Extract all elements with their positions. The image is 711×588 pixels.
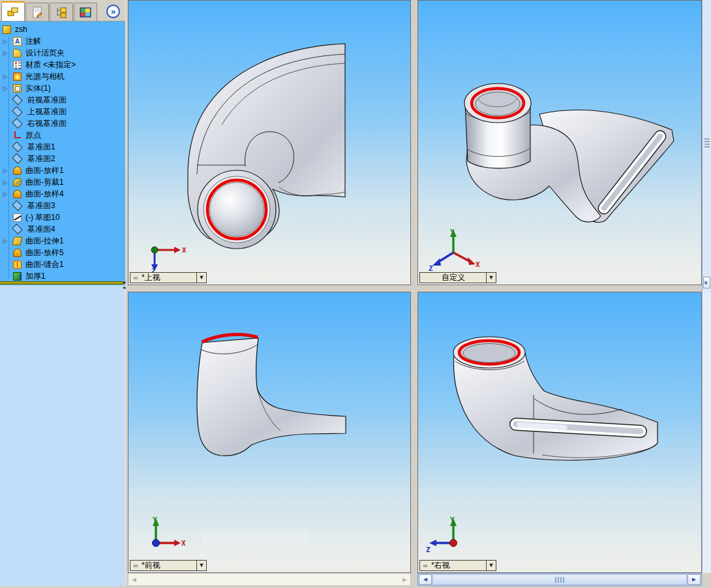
scrollbar-track[interactable]: [432, 574, 687, 585]
expand-arrow-icon[interactable]: ▷: [3, 39, 12, 44]
viewport-divider-vertical-bottom[interactable]: [411, 292, 417, 573]
viewport-custom-view[interactable]: Y X Z 自定义 ▼: [417, 0, 702, 285]
tree-item[interactable]: 基准面3: [0, 200, 125, 211]
horizontal-scrollbar-left[interactable]: ◄ ►: [128, 573, 411, 586]
scroll-left-icon[interactable]: ◄: [130, 576, 138, 583]
tree-item-label: 曲面-剪裁1: [25, 177, 64, 188]
splitter-collapse-button[interactable]: »: [703, 277, 710, 288]
tree-item-label: 光源与相机: [25, 71, 65, 82]
dimxpertmanager-tab[interactable]: [74, 3, 97, 21]
expand-arrow-icon[interactable]: ▷: [3, 85, 12, 91]
link-icon: ∞: [420, 562, 431, 569]
svg-text:X: X: [476, 260, 480, 269]
surface-trim-icon: [13, 178, 22, 187]
surface-loft-icon: [13, 166, 22, 175]
view-orientation-combo[interactable]: ∞ *右视 ▼: [419, 560, 496, 571]
dropdown-arrow-icon[interactable]: ▼: [196, 561, 206, 570]
dropdown-arrow-icon[interactable]: ▼: [486, 561, 496, 570]
tree-item[interactable]: ▷曲面-放样4: [0, 188, 125, 200]
tree-item[interactable]: ▷曲面-放样1: [0, 164, 125, 176]
scrollbar-grip[interactable]: [555, 577, 564, 583]
tree-item-label: 曲面-拉伸1: [25, 236, 64, 247]
tree-item[interactable]: ▷曲面-剪裁1: [0, 176, 125, 188]
tree-item-label: 原点: [25, 130, 41, 141]
tree-item-label: 基准面2: [27, 153, 55, 164]
tree-item[interactable]: 前视基准面: [0, 94, 125, 106]
view-orientation-label: 自定义: [420, 272, 486, 283]
triad-right-view: Y Z: [426, 512, 478, 555]
rollback-bar[interactable]: [0, 281, 124, 285]
tree-item[interactable]: ▷光源与相机: [0, 70, 125, 82]
expand-arrow-icon[interactable]: ▷: [3, 74, 12, 80]
tree-item[interactable]: 右视基准面: [0, 117, 125, 129]
expand-arrow-icon[interactable]: ▷: [3, 191, 12, 197]
scroll-left-icon[interactable]: ◄: [419, 574, 432, 585]
svg-text:Y: Y: [450, 516, 455, 524]
tree-item-label: 曲面-放样4: [25, 189, 64, 200]
plane-icon: [12, 95, 22, 105]
link-icon: ∞: [130, 274, 141, 281]
feature-tree-panel: » zsh ▷A注解▷设计活页夹材质 <未指定>▷光源与相机▷实体(1)前视基准…: [0, 0, 125, 588]
svg-text:Y: Y: [450, 228, 455, 236]
vertical-splitter[interactable]: »: [702, 0, 711, 292]
tree-item-label: 曲面-缝合1: [25, 259, 64, 270]
featuremanager-tab[interactable]: [1, 1, 25, 21]
tree-item[interactable]: 基准面1: [0, 141, 125, 153]
surface-knit-icon: [13, 260, 22, 269]
tree-item[interactable]: 曲面-放样5: [0, 247, 125, 258]
tree-root-item[interactable]: zsh: [0, 23, 125, 35]
view-orientation-combo[interactable]: 自定义 ▼: [419, 272, 496, 283]
view-orientation-combo[interactable]: ∞ *前视 ▼: [130, 560, 207, 571]
tree-item[interactable]: 上视基准面: [0, 106, 125, 117]
dropdown-arrow-icon[interactable]: ▼: [196, 273, 206, 283]
tree-item[interactable]: ▷A注解: [0, 35, 125, 47]
viewport-divider-vertical-top[interactable]: [411, 0, 417, 285]
plane-icon: [12, 200, 22, 211]
panel-expand-button[interactable]: »: [106, 5, 120, 18]
expand-arrow-icon[interactable]: ▷: [3, 50, 12, 56]
viewport-top-view[interactable]: X Z ∞ *上视 ▼: [128, 0, 411, 285]
view-orientation-combo[interactable]: ∞ *上视 ▼: [130, 272, 207, 283]
tree-item-label: 基准面3: [27, 200, 55, 211]
tree-item[interactable]: (-) 草图10: [0, 211, 125, 223]
tree-item[interactable]: 材质 <未指定>: [0, 59, 125, 70]
expand-arrow-icon[interactable]: ▷: [3, 238, 12, 244]
viewport-right-view[interactable]: Y Z ∞ *右视 ▼: [417, 292, 702, 573]
plane-icon: [12, 106, 22, 117]
expand-arrow-icon[interactable]: ▷: [3, 168, 12, 174]
tree-item-label: 材质 <未指定>: [25, 59, 76, 70]
tree-item[interactable]: ▷实体(1): [0, 82, 125, 94]
splitter-arrows-icon[interactable]: ◄ ◄: [121, 280, 127, 290]
tree-item[interactable]: 基准面2: [0, 153, 125, 164]
tree-item-label: 前视基准面: [27, 95, 67, 106]
tree-item-label: 基准面4: [27, 224, 55, 235]
tree-item-label: 加厚1: [25, 271, 46, 282]
tree-item-label: 设计活页夹: [25, 48, 65, 59]
dropdown-arrow-icon[interactable]: ▼: [486, 273, 496, 283]
viewport-divider-horizontal[interactable]: [128, 285, 711, 292]
right-edge-strip: [702, 292, 711, 573]
configurationmanager-tab[interactable]: [50, 3, 73, 21]
tree-item-label: 曲面-放样5: [25, 247, 64, 258]
triad-top-view: X Z: [140, 230, 186, 273]
featuremanager-icon: [7, 5, 20, 18]
viewport-front-view[interactable]: Y X ∞ *前视 ▼: [128, 292, 411, 573]
triad-custom-view: Y X Z: [427, 226, 482, 272]
dimxpertmanager-icon: [79, 6, 92, 19]
expand-arrow-icon[interactable]: ▷: [3, 179, 12, 185]
scroll-right-icon[interactable]: ►: [401, 576, 408, 583]
svg-text:Y: Y: [153, 516, 157, 524]
splitter-grip[interactable]: [704, 138, 710, 147]
tree-item[interactable]: 曲面-缝合1: [0, 258, 125, 270]
scroll-right-icon[interactable]: ►: [688, 574, 701, 585]
annotations-icon: A: [13, 37, 22, 46]
tree-item[interactable]: 基准面4: [0, 223, 125, 235]
plane-icon: [12, 153, 22, 164]
propertymanager-tab[interactable]: [25, 3, 49, 21]
tree-item[interactable]: ▷曲面-拉伸1: [0, 235, 125, 247]
horizontal-scrollbar-right[interactable]: ◄ ►: [417, 573, 702, 586]
tree-item[interactable]: ▷设计活页夹: [0, 47, 125, 59]
tree-item[interactable]: 原点: [0, 129, 125, 141]
solidworks-window: » zsh ▷A注解▷设计活页夹材质 <未指定>▷光源与相机▷实体(1)前视基准…: [0, 0, 711, 588]
tree-item[interactable]: 加厚1: [0, 270, 125, 282]
